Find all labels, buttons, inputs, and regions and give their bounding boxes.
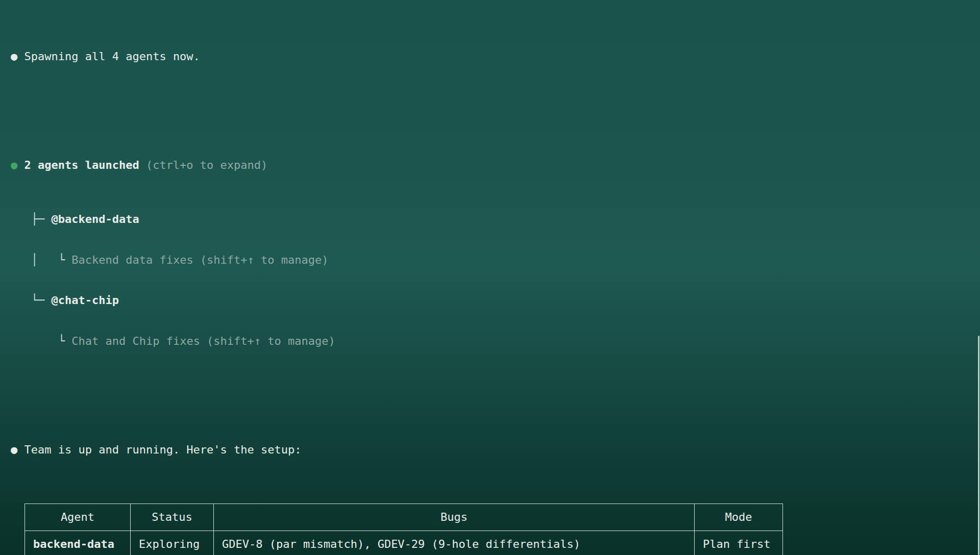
- message-spawning: ●Spawning all 4 agents now.: [11, 50, 980, 64]
- tree-leaf-chat-chip: └ Chat and Chip fixes (shift+↑ to manage…: [11, 335, 980, 348]
- message-agents-launched: ●2 agents launched(ctrl+o to expand): [11, 159, 980, 172]
- column-header-bugs: Bugs: [214, 504, 695, 531]
- expand-hint: (ctrl+o to expand): [146, 159, 267, 171]
- cell-agent: backend-data: [25, 531, 131, 555]
- bullet-icon: ●: [11, 50, 24, 64]
- tree-branch-backend-data: ├─ @backend-data: [11, 213, 980, 226]
- agent-status-dot-icon: ●: [11, 159, 24, 172]
- agent-name: @chat-chip: [51, 294, 118, 307]
- scrollbar-thumb[interactable]: [978, 336, 979, 555]
- message-team-setup: ●Team is up and running. Here's the setu…: [11, 443, 980, 457]
- bullet-icon: ●: [11, 443, 24, 457]
- blank-line: [11, 104, 980, 118]
- blank-line: [11, 389, 980, 403]
- cell-status: Exploring: [131, 531, 214, 555]
- terminal-output: ●Spawning all 4 agents now. ●2 agents la…: [0, 0, 980, 555]
- message-text: Spawning all 4 agents now.: [24, 50, 200, 63]
- cell-bugs: GDEV-8 (par mismatch), GDEV-29 (9-hole d…: [214, 531, 695, 555]
- agents-table: Agent Status Bugs Mode backend-data Expl…: [24, 503, 783, 555]
- tree-branch-icon: ├─: [31, 213, 52, 225]
- terminal-screen: { "colors": { "bg1": "#1a524c", "bg2": "…: [0, 0, 980, 555]
- tree-branch-icon: └─: [31, 294, 52, 307]
- tree-leaf-backend-data: │ └ Backend data fixes (shift+↑ to manag…: [11, 254, 980, 267]
- tree-branch-chat-chip: └─ @chat-chip: [11, 294, 980, 308]
- cell-mode: Plan first: [695, 531, 783, 555]
- table-row: backend-data Exploring GDEV-8 (par misma…: [25, 531, 783, 555]
- launched-count: 2 agents launched: [24, 159, 139, 171]
- message-text: Team is up and running. Here's the setup…: [24, 443, 301, 456]
- column-header-agent: Agent: [25, 504, 131, 531]
- agent-name: @backend-data: [51, 213, 139, 225]
- agent-task-summary: Backend data fixes (shift+↑ to manage): [71, 254, 328, 266]
- tree-connector-icon: └: [31, 335, 71, 347]
- tree-connector-icon: │ └: [31, 254, 71, 266]
- agent-task-summary: Chat and Chip fixes (shift+↑ to manage): [71, 335, 335, 347]
- column-header-mode: Mode: [695, 504, 783, 531]
- table-header-row: Agent Status Bugs Mode: [25, 504, 783, 531]
- column-header-status: Status: [131, 504, 214, 531]
